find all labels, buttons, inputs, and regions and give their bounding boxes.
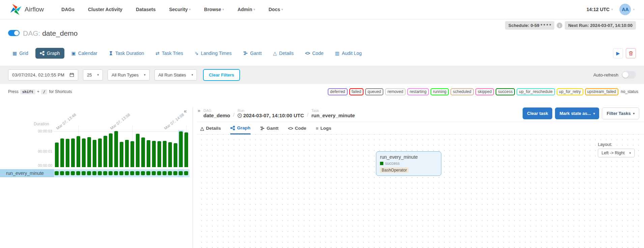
task-tab-code[interactable]: <>Code bbox=[288, 125, 306, 134]
duration-bar[interactable] bbox=[113, 130, 119, 167]
task-node[interactable]: run_every_minute success BashOperator bbox=[376, 151, 441, 176]
duration-bar[interactable] bbox=[140, 130, 146, 167]
duration-bar[interactable] bbox=[129, 130, 135, 167]
legend-badge-success[interactable]: success bbox=[496, 88, 515, 95]
tab-gantt[interactable]: Gantt bbox=[239, 48, 266, 59]
legend-badge-deferred[interactable]: deferred bbox=[328, 88, 348, 95]
tab-code[interactable]: <>Code bbox=[301, 48, 328, 59]
nav-item-browse[interactable]: Browse▾ bbox=[204, 7, 224, 12]
chevrons-left-collapse-icon[interactable]: « bbox=[184, 108, 187, 114]
breadcrumb-task[interactable]: Task run_every_minute bbox=[311, 108, 355, 118]
layout-select[interactable]: Left -> Right ▾ bbox=[598, 149, 635, 157]
duration-bar[interactable] bbox=[178, 130, 183, 167]
nav-item-docs[interactable]: Docs▾ bbox=[268, 7, 283, 12]
duration-bar[interactable] bbox=[108, 130, 113, 167]
duration-bar[interactable] bbox=[97, 130, 103, 167]
legend-badge-up-for-reschedule[interactable]: up_for_reschedule bbox=[517, 88, 555, 95]
auto-refresh-toggle[interactable] bbox=[622, 71, 636, 79]
duration-bar[interactable] bbox=[146, 130, 151, 167]
task-instance[interactable] bbox=[173, 169, 178, 177]
nav-item-admin[interactable]: Admin▾ bbox=[237, 7, 255, 12]
dag-pause-toggle[interactable] bbox=[8, 30, 20, 36]
nav-item-dags[interactable]: DAGs bbox=[61, 7, 75, 12]
tab-task-tries[interactable]: ⇄Task Tries bbox=[151, 48, 187, 59]
clear-task-button[interactable]: Clear task bbox=[523, 107, 552, 119]
duration-bar[interactable] bbox=[135, 130, 140, 167]
tab-details[interactable]: △Details bbox=[269, 48, 298, 59]
duration-bar[interactable] bbox=[103, 130, 108, 167]
task-instance[interactable] bbox=[76, 169, 81, 177]
breadcrumb-dag[interactable]: DAG date_demo bbox=[203, 108, 230, 118]
duration-bar[interactable] bbox=[151, 130, 156, 167]
duration-bar[interactable] bbox=[156, 130, 162, 167]
task-row[interactable]: run_every_minute bbox=[0, 169, 189, 177]
user-avatar[interactable]: AA bbox=[619, 4, 631, 15]
task-instance[interactable] bbox=[167, 169, 173, 177]
task-instance[interactable] bbox=[135, 169, 140, 177]
task-instance[interactable] bbox=[183, 169, 189, 177]
nav-item-datasets[interactable]: Datasets bbox=[136, 7, 155, 12]
duration-bar[interactable] bbox=[81, 130, 86, 167]
chevrons-right-expand-icon[interactable]: » bbox=[198, 107, 200, 113]
duration-bar[interactable] bbox=[59, 130, 65, 167]
task-instance[interactable] bbox=[113, 169, 119, 177]
mark-state-button[interactable]: Mark state as... ▾ bbox=[555, 107, 599, 119]
task-instance[interactable] bbox=[129, 169, 135, 177]
task-instance[interactable] bbox=[81, 169, 86, 177]
legend-badge-failed[interactable]: failed bbox=[349, 88, 364, 95]
run-types-select[interactable]: All Run Types ▾ bbox=[108, 69, 150, 81]
legend-badge-running[interactable]: running bbox=[431, 88, 449, 95]
task-instance[interactable] bbox=[108, 169, 113, 177]
task-instance[interactable] bbox=[119, 169, 124, 177]
task-instance[interactable] bbox=[70, 169, 76, 177]
tab-audit-log[interactable]: ▥Audit Log bbox=[330, 48, 366, 59]
info-icon[interactable]: i bbox=[557, 23, 562, 28]
task-instance[interactable] bbox=[178, 169, 183, 177]
task-tab-logs[interactable]: ≡Logs bbox=[316, 125, 331, 134]
task-instance[interactable] bbox=[140, 169, 146, 177]
task-instance[interactable] bbox=[65, 169, 70, 177]
task-instance[interactable] bbox=[156, 169, 162, 177]
duration-bar[interactable] bbox=[162, 130, 167, 167]
timezone-selector[interactable]: 14:12 UTC ▾ bbox=[586, 7, 613, 12]
legend-badge-no-status[interactable]: no_status bbox=[620, 89, 639, 95]
airflow-brand[interactable]: Airflow bbox=[9, 3, 44, 16]
task-instance[interactable] bbox=[54, 169, 59, 177]
duration-bar[interactable] bbox=[54, 130, 59, 167]
task-instance[interactable] bbox=[146, 169, 151, 177]
filter-tasks-button[interactable]: Filter Tasks ▾ bbox=[602, 107, 639, 119]
duration-bar[interactable] bbox=[167, 130, 173, 167]
legend-badge-queued[interactable]: queued bbox=[365, 88, 383, 95]
legend-badge-skipped[interactable]: skipped bbox=[475, 88, 494, 95]
nav-item-security[interactable]: Security▾ bbox=[169, 7, 191, 12]
task-instance[interactable] bbox=[103, 169, 108, 177]
task-instance[interactable] bbox=[162, 169, 167, 177]
task-tab-gantt[interactable]: Gantt bbox=[260, 125, 279, 134]
task-tab-details[interactable]: △Details bbox=[200, 125, 221, 134]
nav-item-cluster-activity[interactable]: Cluster Activity bbox=[88, 7, 122, 12]
trigger-dag-button[interactable]: ▶ bbox=[613, 48, 623, 58]
duration-bar[interactable] bbox=[76, 130, 81, 167]
breadcrumb-run[interactable]: Run 2024-03-07, 14:10:00 UTC bbox=[237, 108, 304, 118]
clear-filters-button[interactable]: Clear Filters bbox=[203, 69, 240, 81]
duration-bar[interactable] bbox=[183, 130, 189, 167]
task-instance[interactable] bbox=[97, 169, 103, 177]
run-states-select[interactable]: All Run States ▾ bbox=[154, 69, 197, 81]
legend-badge-upstream-failed[interactable]: upstream_failed bbox=[585, 88, 618, 95]
legend-badge-scheduled[interactable]: scheduled bbox=[450, 88, 474, 95]
breadcrumb-dag-value[interactable]: date_demo bbox=[203, 113, 230, 118]
legend-badge-restarting[interactable]: restarting bbox=[407, 88, 429, 95]
breadcrumb-task-value[interactable]: run_every_minute bbox=[311, 113, 355, 118]
breadcrumb-run-value[interactable]: 2024-03-07, 14:10:00 UTC bbox=[237, 113, 304, 118]
task-row-label[interactable]: run_every_minute bbox=[0, 169, 54, 177]
base-date-input[interactable]: 03/07/2024, 02:10:55 PM bbox=[8, 69, 78, 81]
tab-grid[interactable]: ▦Grid bbox=[8, 48, 33, 59]
task-instance[interactable] bbox=[86, 169, 92, 177]
tab-calendar[interactable]: ▣Calendar bbox=[67, 48, 102, 59]
task-instance[interactable] bbox=[151, 169, 156, 177]
legend-badge-removed[interactable]: removed bbox=[385, 88, 406, 95]
duration-bar[interactable] bbox=[92, 130, 97, 167]
task-instance[interactable] bbox=[59, 169, 65, 177]
page-size-select[interactable]: 25 ▾ bbox=[83, 69, 103, 81]
delete-dag-button[interactable] bbox=[626, 48, 636, 58]
